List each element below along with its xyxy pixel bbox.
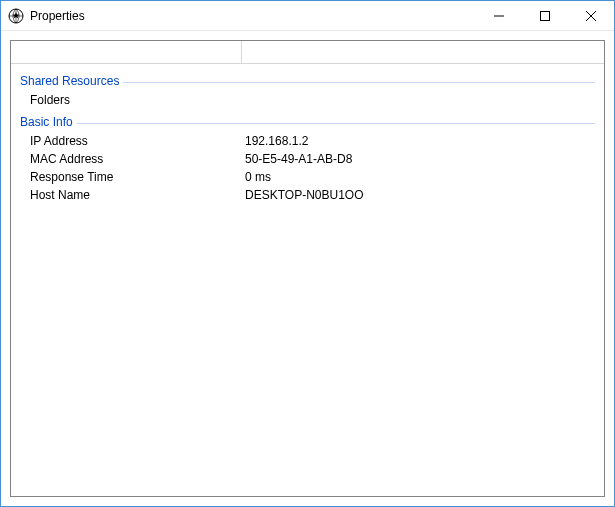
section-basic-info: Basic Info [20,115,595,129]
section-title-shared: Shared Resources [20,74,119,88]
minimize-icon [494,11,504,21]
app-icon [8,8,24,24]
label-folders: Folders [30,93,245,107]
properties-panel: Shared Resources Folders Basic Info IP A… [10,40,605,497]
svg-rect-3 [541,12,550,21]
value-folders [245,93,595,107]
section-shared-resources: Shared Resources [20,74,595,88]
close-button[interactable] [568,1,614,31]
row-host-name: Host Name DESKTOP-N0BU1OO [20,186,595,204]
value-ip-address: 192.168.1.2 [245,134,595,148]
window-controls [476,1,614,30]
window-title: Properties [30,9,476,23]
row-ip-address: IP Address 192.168.1.2 [20,132,595,150]
close-icon [586,11,596,21]
section-rule [123,82,595,83]
value-mac-address: 50-E5-49-A1-AB-D8 [245,152,595,166]
label-response-time: Response Time [30,170,245,184]
row-response-time: Response Time 0 ms [20,168,595,186]
client-area: Shared Resources Folders Basic Info IP A… [1,31,614,506]
maximize-icon [540,11,550,21]
value-response-time: 0 ms [245,170,595,184]
label-ip-address: IP Address [30,134,245,148]
label-mac-address: MAC Address [30,152,245,166]
properties-content: Shared Resources Folders Basic Info IP A… [11,64,604,204]
value-host-name: DESKTOP-N0BU1OO [245,188,595,202]
minimize-button[interactable] [476,1,522,31]
row-folders: Folders [20,91,595,109]
tab-strip [11,41,604,64]
titlebar[interactable]: Properties [1,1,614,31]
label-host-name: Host Name [30,188,245,202]
section-title-basic: Basic Info [20,115,73,129]
maximize-button[interactable] [522,1,568,31]
section-rule [77,123,595,124]
properties-window: Properties Shared Resources Folders [0,0,615,507]
row-mac-address: MAC Address 50-E5-49-A1-AB-D8 [20,150,595,168]
